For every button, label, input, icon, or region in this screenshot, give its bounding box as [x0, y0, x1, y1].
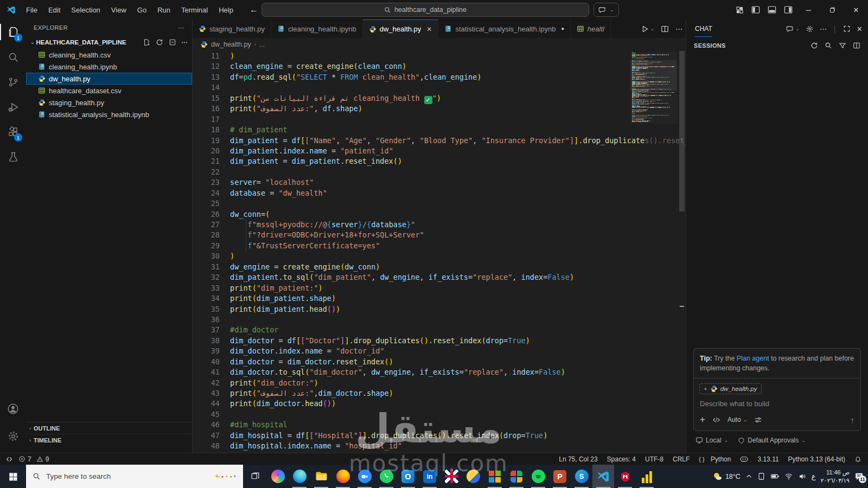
menu-go[interactable]: Go — [132, 4, 151, 16]
taskbar-app-vscode[interactable] — [592, 465, 614, 488]
activity-extensions-icon[interactable]: 1 — [0, 119, 26, 144]
breadcrumb[interactable]: dw_health.py › ... — [193, 38, 686, 51]
minimap[interactable] — [630, 52, 677, 124]
filter-sessions-icon[interactable] — [839, 42, 846, 49]
close-button[interactable]: ✕ — [844, 0, 868, 20]
menu-help[interactable]: Help — [214, 4, 238, 16]
activity-testing-icon[interactable] — [0, 144, 26, 169]
editor-more-actions-icon[interactable]: ⋯ — [675, 25, 682, 33]
explorer-more-actions-icon[interactable]: ⋯ — [178, 24, 184, 31]
menu-terminal[interactable]: Terminal — [176, 4, 213, 16]
command-center-search[interactable]: healthcare_data_pipline — [261, 3, 589, 17]
scrollbar-thumb[interactable] — [679, 51, 685, 211]
menu-edit[interactable]: Edit — [43, 4, 65, 16]
chat-more-actions-icon[interactable]: ⋯ — [820, 25, 827, 33]
tab-cleaning_health.ipynb[interactable]: cleaning_health.ipynb — [271, 20, 363, 38]
activity-source-control-icon[interactable] — [0, 69, 26, 94]
refresh-explorer-icon[interactable] — [156, 38, 163, 46]
indentation[interactable]: Spaces: 4 — [607, 455, 636, 463]
minimize-button[interactable]: ─ — [796, 0, 820, 20]
attach-icon[interactable]: + — [700, 414, 705, 425]
activity-explorer-icon[interactable]: 1 — [0, 20, 26, 44]
activity-run-debug-icon[interactable] — [0, 94, 26, 119]
refresh-sessions-icon[interactable] — [810, 42, 818, 49]
taskbar-app-powerpoint[interactable]: P — [549, 465, 571, 488]
taskbar-app-uk-flag[interactable] — [441, 465, 462, 488]
approvals-selector[interactable]: Default Approvals⌄ — [738, 436, 806, 444]
device-icon[interactable] — [757, 472, 765, 480]
toggle-panel-icon[interactable] — [764, 0, 780, 20]
wifi-icon[interactable] — [784, 472, 793, 480]
file-item-healthcare_dataset.csv[interactable]: healthcare_dataset.csv — [26, 85, 192, 97]
file-item-staging_health.py[interactable]: staging_health.py — [26, 97, 192, 108]
file-item-cleaning_health.csv[interactable]: cleaning_health.csv — [26, 49, 192, 61]
taskbar-app-file-explorer[interactable] — [310, 465, 332, 488]
search-highlights-icon[interactable]: ✦●✦●✦ — [214, 472, 237, 480]
taskbar-app-linkedin[interactable]: in — [419, 465, 441, 488]
file-item-cleaning_health.ipynb[interactable]: cleaning_health.ipynb — [26, 61, 192, 73]
file-item-statistical_analysis_health.ipynb[interactable]: statistical_analysis_health.ipynb — [26, 108, 192, 120]
taskbar-search[interactable]: Type here to search ✦●✦●✦ — [26, 465, 243, 488]
folder-more-actions-icon[interactable]: ⋯ — [182, 38, 188, 46]
menu-run[interactable]: Run — [152, 4, 175, 16]
taskbar-app-firefox[interactable] — [332, 465, 354, 488]
close-tab-icon[interactable]: ✕ — [426, 25, 432, 33]
taskbar-app-outlook[interactable]: O — [397, 465, 419, 488]
model-selector[interactable]: Auto⌄ — [727, 416, 747, 423]
new-chat-icon[interactable]: ⌄ — [786, 25, 800, 33]
breadcrumb-more[interactable]: ... — [259, 41, 265, 48]
language-indicator[interactable]: ع — [812, 472, 816, 480]
minimap-slider[interactable] — [630, 60, 677, 91]
menu-view[interactable]: View — [106, 4, 131, 16]
plan-agent-link[interactable]: Plan agent — [737, 355, 769, 362]
taskbar-app-office-hub[interactable] — [506, 465, 527, 488]
taskbar-app-powerbi[interactable] — [636, 465, 658, 488]
python-interpreter[interactable]: Python 3.13 (64-bit) — [788, 455, 845, 463]
maximize-button[interactable] — [820, 0, 844, 20]
outline-section[interactable]: ›OUTLINE — [26, 422, 192, 434]
environment-selector[interactable]: Local⌄ — [695, 436, 728, 444]
code-mode-icon[interactable] — [712, 416, 720, 424]
code-editor[interactable]: 11)12clean_engine = create_engine(clean_… — [193, 51, 686, 453]
weather-widget[interactable]: 18°C — [712, 471, 741, 481]
tab-dw_health.py[interactable]: dw_health.py✕ — [363, 20, 439, 38]
copilot-status-icon[interactable] — [740, 455, 748, 463]
file-item-dw_health.py[interactable]: dw_health.py — [26, 73, 192, 85]
workspace-folder-row[interactable]: ⌄ HEALTHCARE_DATA_PIPLINE ⋯ — [26, 36, 192, 49]
toggle-primary-sidebar-icon[interactable] — [748, 0, 764, 20]
back-button[interactable]: ← — [248, 5, 260, 15]
tools-slider-icon[interactable] — [754, 416, 762, 424]
tab-healtl[interactable]: healtl — [571, 20, 611, 38]
tab-staging_health.py[interactable]: staging_health.py — [193, 20, 271, 38]
copilot-menu-button[interactable]: ⌄ — [593, 3, 619, 17]
settings-gear-icon[interactable] — [0, 423, 26, 448]
taskbar-app-paint-app[interactable] — [462, 465, 484, 488]
taskbar-app-ms-store[interactable] — [484, 465, 506, 488]
battery-icon[interactable] — [770, 472, 780, 480]
clock[interactable]: 11:46 ص ٢٠٢٦/٠٣/١٩ — [821, 468, 850, 485]
run-python-file-button[interactable]: ⌄ — [641, 25, 654, 33]
language-mode[interactable]: { } Python — [699, 455, 731, 463]
volume-icon[interactable] — [798, 472, 807, 480]
collapse-folders-icon[interactable] — [169, 38, 176, 46]
toggle-secondary-sidebar-icon[interactable] — [780, 0, 796, 20]
close-chat-icon[interactable]: ✕ — [857, 25, 863, 33]
remote-indicator[interactable] — [5, 455, 13, 463]
problems-indicator[interactable]: 7 9 — [18, 455, 49, 463]
activity-search-icon[interactable] — [0, 44, 26, 69]
python-version[interactable]: 3.13.11 — [757, 455, 778, 463]
taskbar-app-whatsapp[interactable] — [375, 465, 397, 488]
taskbar-app-edge[interactable] — [289, 465, 310, 488]
split-sessions-icon[interactable] — [853, 42, 860, 49]
cursor-position[interactable]: Ln 75, Col 23 — [559, 455, 597, 463]
menu-file[interactable]: File — [21, 4, 42, 16]
tab-statistical_analysis_health.ipynb[interactable]: statistical_analysis_health.ipynb● — [438, 20, 570, 38]
customize-layout-icon[interactable] — [731, 0, 748, 20]
taskbar-app-copilot[interactable] — [267, 465, 289, 488]
notifications-bell-icon[interactable] — [854, 455, 861, 463]
breadcrumb-file[interactable]: dw_health.py — [211, 41, 251, 48]
context-chip[interactable]: + dw_health.py — [699, 383, 762, 394]
add-context-icon[interactable]: + — [704, 386, 707, 392]
start-button[interactable] — [0, 465, 26, 488]
hidden-icons-chevron[interactable] — [745, 473, 752, 480]
